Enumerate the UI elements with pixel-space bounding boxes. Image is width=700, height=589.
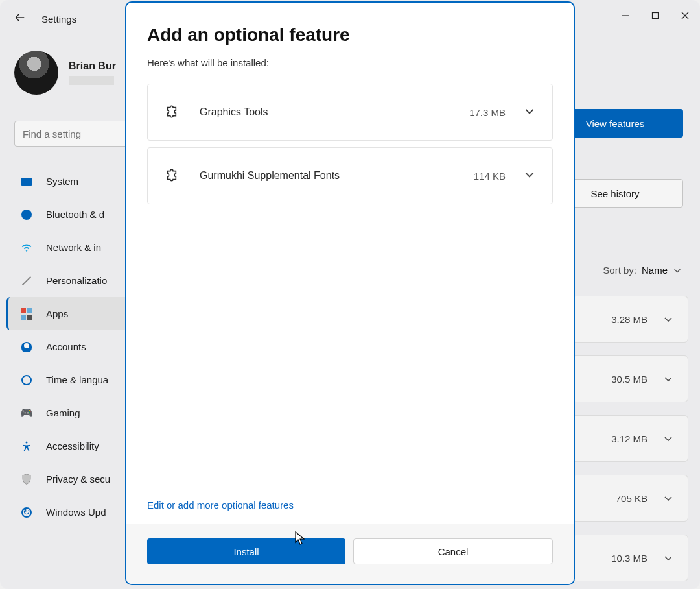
chevron-down-icon <box>524 105 535 119</box>
pending-features-list: Graphics Tools 17.3 MB Gurmukhi Suppleme… <box>147 84 553 204</box>
feature-row[interactable]: 705 KB <box>572 475 688 522</box>
svg-rect-1 <box>653 13 659 19</box>
page-title: Settings <box>41 14 76 25</box>
sidebar-item-label: System <box>46 176 78 187</box>
bluetooth-icon <box>20 208 33 221</box>
window-controls <box>611 0 700 31</box>
feature-size: 10.3 MB <box>611 553 648 564</box>
sidebar-item-label: Accounts <box>46 341 86 352</box>
sidebar-item-label: Bluetooth & d <box>46 209 104 220</box>
sidebar-item-label: Personalizatio <box>46 275 107 286</box>
add-optional-feature-dialog: Add an optional feature Here's what will… <box>125 1 575 585</box>
feature-row[interactable]: 3.12 MB <box>572 415 688 462</box>
profile-name: Brian Bur <box>69 60 116 72</box>
dialog-title: Add an optional feature <box>147 25 553 45</box>
chevron-down-icon <box>663 493 673 503</box>
feature-size: 30.5 MB <box>611 374 648 385</box>
installed-features-list: 3.28 MB 30.5 MB 3.12 MB 705 KB 10.3 MB <box>572 296 688 581</box>
feature-row[interactable]: 3.28 MB <box>572 296 688 343</box>
close-button[interactable] <box>670 1 700 30</box>
svg-point-5 <box>26 441 28 443</box>
puzzle-icon <box>165 102 181 122</box>
header: Settings <box>14 12 76 26</box>
pending-feature-name: Graphics Tools <box>200 106 451 118</box>
profile-block[interactable]: Brian Bur <box>14 51 116 95</box>
shield-icon <box>20 473 33 486</box>
pending-feature-row[interactable]: Gurmukhi Supplemental Fonts 114 KB <box>147 147 553 204</box>
accounts-icon <box>20 341 33 354</box>
sort-control[interactable]: Sort by: Name <box>603 265 682 276</box>
sidebar-item-label: Accessibility <box>46 440 99 451</box>
cursor-icon <box>294 531 307 549</box>
avatar <box>14 51 58 95</box>
feature-row[interactable]: 10.3 MB <box>572 535 688 581</box>
sidebar-item-label: Gaming <box>46 407 80 418</box>
pending-feature-row[interactable]: Graphics Tools 17.3 MB <box>147 84 553 141</box>
puzzle-icon <box>165 166 181 186</box>
chevron-down-icon <box>663 314 673 324</box>
sidebar-item-label: Network & in <box>46 242 101 253</box>
dialog-subtitle: Here's what will be installed: <box>147 57 553 68</box>
feature-size: 3.28 MB <box>611 314 648 325</box>
sort-label: Sort by: <box>603 265 636 276</box>
chevron-down-icon <box>673 266 682 275</box>
back-icon[interactable] <box>14 12 26 26</box>
pending-feature-name: Gurmukhi Supplemental Fonts <box>200 170 456 182</box>
feature-size: 3.12 MB <box>611 433 648 444</box>
chevron-down-icon <box>524 169 535 183</box>
install-button[interactable]: Install <box>147 538 345 564</box>
pending-feature-size: 114 KB <box>474 171 506 182</box>
svg-marker-6 <box>296 532 304 544</box>
gaming-icon: 🎮 <box>20 407 33 420</box>
minimize-button[interactable] <box>611 1 640 30</box>
settings-window: Settings Brian Bur System Bluetooth & d … <box>0 0 700 589</box>
sidebar-item-label: Time & langua <box>46 374 108 385</box>
update-icon <box>20 506 33 519</box>
chevron-down-icon <box>663 433 673 444</box>
accessibility-icon <box>20 440 33 453</box>
sidebar-item-label: Windows Upd <box>46 507 106 518</box>
edit-more-link[interactable]: Edit or add more optional features <box>147 499 294 511</box>
sidebar-item-label: Privacy & secu <box>46 474 110 485</box>
maximize-button[interactable] <box>640 1 670 30</box>
apps-icon <box>20 307 33 320</box>
sort-value: Name <box>642 265 668 276</box>
cancel-button[interactable]: Cancel <box>353 538 553 564</box>
brush-icon <box>20 274 33 287</box>
profile-sub-placeholder <box>69 76 114 85</box>
system-icon <box>20 175 33 188</box>
feature-size: 705 KB <box>616 493 648 504</box>
pending-feature-size: 17.3 MB <box>469 107 506 118</box>
clock-icon <box>20 374 33 387</box>
sidebar-item-label: Apps <box>46 308 68 319</box>
dialog-actions: Install Cancel <box>126 524 574 584</box>
chevron-down-icon <box>663 553 673 563</box>
feature-row[interactable]: 30.5 MB <box>572 355 688 402</box>
chevron-down-icon <box>663 374 673 384</box>
wifi-icon <box>20 241 33 254</box>
